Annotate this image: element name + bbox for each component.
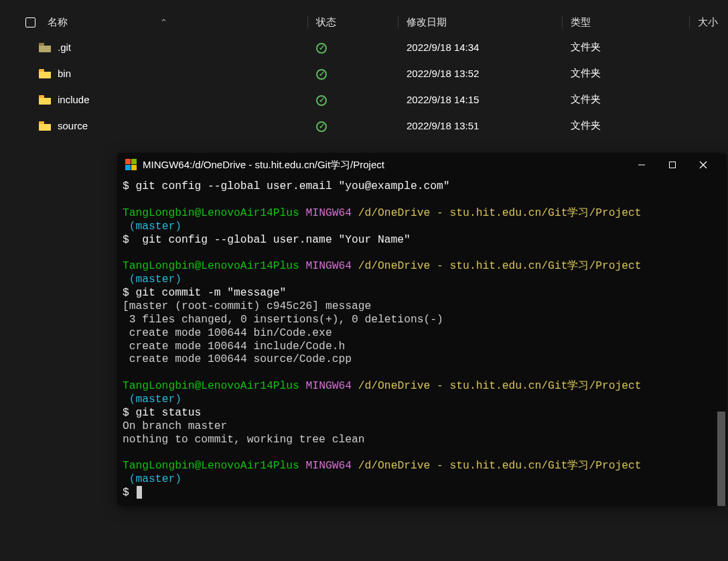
status-check-icon (316, 69, 327, 80)
file-name-label: source (58, 120, 88, 131)
file-name-cell: bin (0, 68, 308, 79)
file-header-row: 名称 ⌃ 状态 修改日期 类型 大小 (0, 11, 728, 34)
terminal-line: $ git status (123, 406, 201, 419)
terminal-scrollbar[interactable] (717, 412, 725, 506)
terminal-cursor (137, 486, 142, 499)
prompt-path: /d/OneDrive - stu.hit.edu.cn/Git学习/Proje… (358, 379, 642, 392)
prompt-branch: (master) (129, 393, 181, 406)
terminal-line: create mode 100644 source/Code.cpp (123, 353, 352, 365)
file-name-label: bin (58, 68, 71, 79)
terminal-line: nothing to commit, working tree clean (123, 433, 365, 446)
file-name-cell: include (0, 94, 308, 105)
folder-icon (39, 43, 51, 52)
prompt-env: MINGW64 (306, 206, 352, 219)
header-size[interactable]: 大小 (690, 16, 728, 29)
terminal-line: $ git config --global user.name "Your Na… (123, 233, 411, 246)
prompt-env: MINGW64 (306, 379, 352, 392)
prompt-branch: (master) (129, 220, 181, 233)
file-status-cell (308, 93, 398, 106)
folder-icon (39, 69, 51, 78)
file-date-cell: 2022/9/18 13:52 (398, 68, 563, 79)
svg-rect-5 (670, 162, 676, 168)
header-name-label: 名称 (48, 16, 68, 29)
terminal-line: 3 files changed, 0 insertions(+), 0 dele… (123, 313, 443, 326)
prompt-user: TangLongbin@LenovoAir14Plus (123, 379, 299, 392)
file-type-cell: 文件夹 (563, 41, 690, 54)
prompt-env: MINGW64 (306, 459, 352, 472)
terminal-app-icon (125, 159, 137, 171)
header-name[interactable]: 名称 ⌃ (0, 16, 308, 29)
file-status-cell (308, 41, 398, 54)
maximize-button[interactable] (657, 154, 688, 176)
svg-rect-2 (125, 165, 131, 170)
terminal-line: On branch master (123, 420, 227, 432)
file-name-cell: .git (0, 42, 308, 53)
file-row[interactable]: source2022/9/18 13:51文件夹 (0, 113, 728, 139)
terminal-line: [master (root-commit) c945c26] message (123, 300, 371, 312)
status-check-icon (316, 43, 327, 54)
file-name-cell: source (0, 120, 308, 131)
file-type-cell: 文件夹 (563, 93, 690, 106)
file-row[interactable]: bin2022/9/18 13:52文件夹 (0, 60, 728, 86)
terminal-line: create mode 100644 include/Code.h (123, 340, 345, 353)
file-status-cell (308, 119, 398, 132)
status-check-icon (316, 121, 327, 132)
header-date[interactable]: 修改日期 (398, 16, 563, 29)
file-date-cell: 2022/9/18 14:15 (398, 94, 563, 105)
prompt-branch: (master) (129, 473, 181, 485)
prompt-user: TangLongbin@LenovoAir14Plus (123, 206, 299, 219)
terminal-line: $ git commit -m "message" (123, 286, 286, 299)
terminal-line: create mode 100644 bin/Code.exe (123, 326, 332, 339)
sort-arrow-icon: ⌃ (160, 17, 167, 27)
prompt-path: /d/OneDrive - stu.hit.edu.cn/Git学习/Proje… (358, 259, 642, 272)
prompt-env: MINGW64 (306, 259, 352, 272)
svg-rect-1 (131, 159, 137, 164)
prompt-user: TangLongbin@LenovoAir14Plus (123, 459, 299, 472)
select-all-checkbox[interactable] (25, 17, 35, 27)
file-type-cell: 文件夹 (563, 67, 690, 80)
file-date-cell: 2022/9/18 14:34 (398, 42, 563, 53)
close-button[interactable] (688, 154, 719, 176)
file-name-label: include (58, 94, 90, 105)
terminal-line: $ git config --global user.email "you@ex… (123, 180, 450, 192)
file-row[interactable]: include2022/9/18 14:15文件夹 (0, 86, 728, 113)
file-date-cell: 2022/9/18 13:51 (398, 120, 563, 131)
folder-icon (39, 121, 51, 131)
terminal-window[interactable]: MINGW64:/d/OneDrive - stu.hit.edu.cn/Git… (117, 153, 727, 506)
terminal-line: $ (123, 486, 136, 499)
terminal-body[interactable]: $ git config --global user.email "you@ex… (117, 177, 727, 506)
prompt-branch: (master) (129, 273, 181, 286)
svg-rect-3 (131, 165, 137, 170)
file-type-cell: 文件夹 (563, 119, 690, 132)
header-status[interactable]: 状态 (308, 16, 398, 29)
prompt-user: TangLongbin@LenovoAir14Plus (123, 259, 299, 272)
status-check-icon (316, 95, 327, 106)
folder-icon (39, 95, 51, 105)
terminal-title: MINGW64:/d/OneDrive - stu.hit.edu.cn/Git… (143, 159, 621, 172)
file-status-cell (308, 67, 398, 80)
minimize-button[interactable] (626, 154, 657, 176)
prompt-path: /d/OneDrive - stu.hit.edu.cn/Git学习/Proje… (358, 459, 642, 472)
terminal-titlebar[interactable]: MINGW64:/d/OneDrive - stu.hit.edu.cn/Git… (117, 153, 727, 177)
prompt-path: /d/OneDrive - stu.hit.edu.cn/Git学习/Proje… (358, 206, 642, 219)
file-row[interactable]: .git2022/9/18 14:34文件夹 (0, 34, 728, 60)
header-type[interactable]: 类型 (563, 16, 690, 29)
file-name-label: .git (58, 42, 71, 53)
svg-rect-0 (125, 159, 131, 164)
